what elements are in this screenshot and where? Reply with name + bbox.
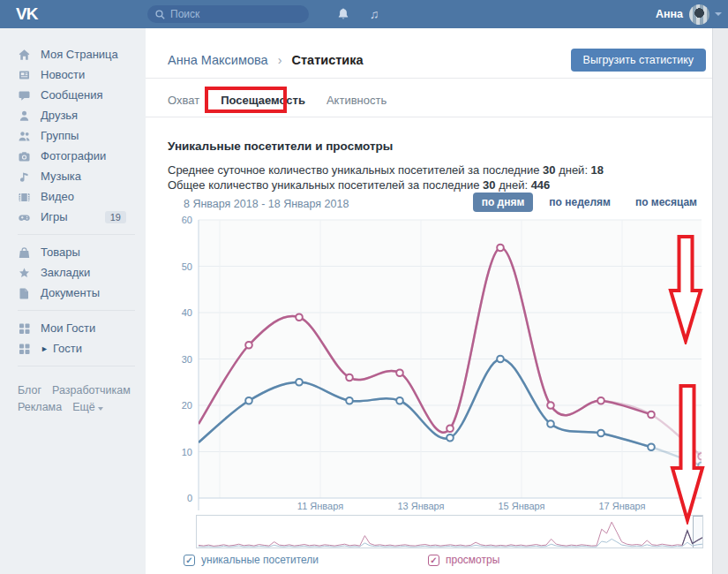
play-triangle-icon: ► (41, 344, 49, 353)
sidebar-item-groups[interactable]: Группы (0, 125, 146, 146)
footer-link-1[interactable]: Разработчикам (52, 384, 131, 397)
sidebar-item-label: Гости (53, 342, 82, 355)
sidebar-item-label: Документы (41, 286, 100, 299)
sidebar-item-label: Фотографии (41, 149, 106, 162)
section-heading: Уникальные посетители и просмотры (168, 140, 393, 153)
sidebar-item-label: Новости (41, 68, 85, 81)
sidebar-item-label: Сообщения (41, 88, 103, 102)
search-box[interactable] (147, 5, 309, 23)
sidebar-item-apps[interactable]: ►Гости (0, 338, 146, 359)
sidebar-item-apps[interactable]: Мои Гости (0, 318, 146, 338)
sidebar: Моя СтраницаНовостиСообщенияДрузьяГруппы… (0, 28, 146, 574)
checkbox-checked-icon: ✓ (184, 555, 195, 566)
chart-area: 010203040506011 Января13 Января15 Января… (168, 215, 708, 574)
music-icon[interactable]: ♫ (366, 7, 382, 21)
brush-selection[interactable] (694, 517, 704, 549)
notifications-bell-icon[interactable] (335, 7, 351, 21)
sidebar-divider (18, 366, 135, 366)
user-menu[interactable]: Анна (656, 4, 722, 25)
svg-text:50: 50 (182, 261, 192, 272)
document-icon (18, 287, 31, 299)
sidebar-item-label: Моя Страница (41, 48, 118, 61)
svg-text:20: 20 (182, 400, 192, 411)
svg-text:17 Января: 17 Января (598, 501, 645, 511)
svg-text:40: 40 (182, 307, 192, 318)
chevron-down-icon (98, 407, 103, 411)
period-switcher: по днямпо неделямпо месяцам (466, 193, 706, 212)
footer-link-2[interactable]: Реклама (18, 401, 62, 413)
news-icon (18, 69, 31, 81)
video-icon (18, 191, 31, 203)
sidebar-item-video[interactable]: Видео (0, 186, 146, 207)
svg-text:11 Января: 11 Января (297, 501, 343, 511)
period-option-0[interactable]: по дням (473, 193, 534, 212)
chart-date-range: 8 Января 2018 - 18 Января 2018 (184, 198, 349, 210)
page-background-strip (712, 28, 728, 574)
breadcrumb-user-link[interactable]: Анна Максимова (168, 53, 268, 67)
sidebar-item-document[interactable]: Документы (0, 283, 146, 303)
footer-link-3[interactable]: Ещё (72, 401, 103, 413)
friend-icon (18, 110, 31, 122)
chevron-down-icon (715, 12, 722, 16)
home-icon (18, 49, 31, 61)
stats-tabs: ОхватПосещаемостьАктивность (146, 79, 712, 117)
sidebar-item-label: Группы (41, 129, 79, 142)
main-content: Анна Максимова › Статистика Выгрузить ст… (146, 28, 712, 574)
games-count-badge: 19 (105, 211, 126, 223)
sidebar-item-gamepad[interactable]: Игры19 (0, 207, 146, 227)
tab-посещаемость[interactable]: Посещаемость (221, 94, 305, 107)
messages-icon (18, 89, 31, 102)
sidebar-divider (18, 234, 135, 235)
svg-text:15 Января: 15 Января (498, 501, 544, 511)
legend-checkbox-visitors[interactable]: ✓уникальные посетители (184, 554, 319, 566)
sidebar-item-bag[interactable]: Товары (0, 242, 146, 262)
sidebar-item-label: Закладки (41, 266, 90, 279)
stat-line-total: Общее количество уникальных посетителей … (168, 178, 550, 192)
breadcrumb-separator: › (278, 53, 282, 67)
sidebar-item-label: Друзья (41, 109, 78, 122)
search-icon (155, 10, 165, 19)
period-option-1[interactable]: по неделям (540, 193, 619, 212)
export-statistics-button[interactable]: Выгрузить статистику (571, 49, 706, 72)
checkbox-checked-icon: ✓ (428, 555, 439, 566)
chart-overview-brush[interactable] (196, 515, 703, 548)
avatar (689, 4, 709, 25)
apps-icon (18, 322, 31, 335)
visitors-views-line-chart: 010203040506011 Января13 Января15 Января… (168, 215, 708, 512)
svg-text:0: 0 (187, 493, 192, 503)
legend-checkbox-views[interactable]: ✓просмотры (428, 554, 499, 566)
svg-text:60: 60 (182, 215, 192, 225)
sidebar-footer: БлогРазработчикамРекламаЕщё (0, 374, 146, 416)
sidebar-item-music[interactable]: Музыка (0, 166, 146, 186)
search-input[interactable] (170, 8, 294, 20)
star-icon (18, 267, 31, 279)
user-name: Анна (656, 8, 683, 20)
sidebar-item-label: Музыка (41, 170, 81, 183)
stat-line-average: Среднее суточное количество уникальных п… (168, 163, 604, 177)
sidebar-item-news[interactable]: Новости (0, 64, 146, 85)
sidebar-item-label: Мои Гости (41, 321, 95, 335)
page-header: Анна Максимова › Статистика Выгрузить ст… (146, 28, 712, 79)
topbar: VK ♫ Анна (0, 0, 728, 28)
sidebar-item-star[interactable]: Закладки (0, 262, 146, 283)
period-option-2[interactable]: по месяцам (627, 193, 706, 212)
sidebar-item-home[interactable]: Моя Страница (0, 44, 146, 64)
sidebar-item-messages[interactable]: Сообщения (0, 85, 146, 105)
sidebar-item-friend[interactable]: Друзья (0, 105, 146, 125)
legend-label: уникальные посетители (201, 554, 319, 566)
sidebar-item-label: Видео (41, 190, 74, 203)
page-title: Статистика (292, 53, 364, 67)
sidebar-item-camera[interactable]: Фотографии (0, 146, 146, 166)
legend-label: просмотры (446, 554, 499, 566)
tab-активность[interactable]: Активность (326, 94, 387, 107)
bag-icon (18, 246, 31, 259)
svg-text:10: 10 (182, 447, 192, 457)
tab-охват[interactable]: Охват (168, 94, 199, 107)
apps-icon (18, 343, 31, 355)
gamepad-icon (18, 211, 31, 223)
footer-link-0[interactable]: Блог (18, 384, 41, 397)
sidebar-item-label: Товары (41, 245, 80, 259)
vk-logo[interactable]: VK (16, 4, 37, 24)
groups-icon (18, 130, 31, 142)
svg-text:13 Января: 13 Января (397, 501, 444, 511)
